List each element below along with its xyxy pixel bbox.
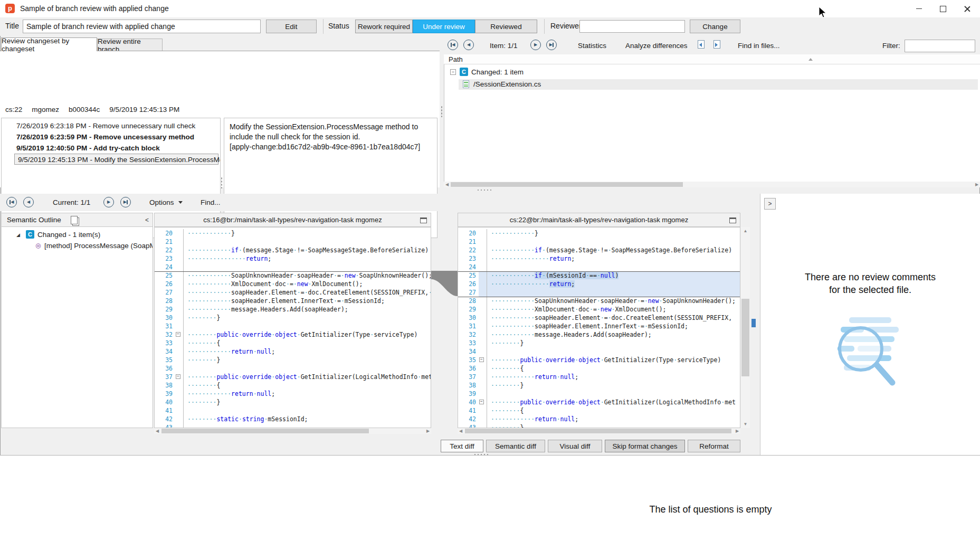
outline-root-node[interactable]: Changed - 1 item(s) bbox=[37, 231, 100, 239]
changeset-item[interactable]: 7/26/2019 6:23:18 PM - Remove unnecessar… bbox=[2, 120, 220, 131]
reviewer-input[interactable] bbox=[579, 20, 685, 33]
tree-collapse-box[interactable]: − bbox=[450, 69, 456, 75]
find-button[interactable]: Find... bbox=[201, 198, 221, 206]
line-number: 31 bbox=[155, 322, 175, 330]
change-button[interactable]: Change bbox=[690, 20, 740, 33]
fold-collapse-icon[interactable]: − bbox=[479, 357, 484, 362]
files-tree-panel bbox=[444, 54, 980, 182]
app-logo-icon: p bbox=[5, 4, 15, 13]
changeset-item[interactable]: 9/5/2019 12:45:13 PM - Modify the Sessio… bbox=[14, 154, 218, 165]
line-number: 33 bbox=[155, 339, 175, 347]
toolbar-separator bbox=[544, 19, 545, 34]
code-line: 34 bbox=[458, 347, 740, 356]
last-item-button[interactable]: ▶ bbox=[546, 40, 557, 50]
next-item-button[interactable]: ▶ bbox=[530, 40, 541, 50]
previous-diff-button[interactable]: ◀ bbox=[23, 197, 34, 207]
code-line: 33········{ bbox=[155, 339, 431, 347]
text-diff-button[interactable]: Text diff bbox=[441, 440, 483, 452]
vertical-splitter-grip[interactable] bbox=[441, 106, 443, 117]
splitter-grip[interactable] bbox=[221, 177, 223, 188]
maximize-icon bbox=[940, 6, 946, 12]
line-number: 29 bbox=[155, 305, 175, 314]
tab-review-changeset-by-changeset[interactable]: Review changeset by changeset bbox=[1, 37, 97, 51]
code-line: 35········} bbox=[155, 356, 431, 364]
line-number: 43 bbox=[458, 423, 479, 428]
line-number: 40 bbox=[458, 398, 479, 406]
left-code-hscrollbar[interactable]: ◀ ▶ bbox=[154, 428, 431, 434]
left-code-pane[interactable]: 20············}2122············if·(messa… bbox=[154, 227, 431, 428]
line-number: 34 bbox=[458, 347, 479, 356]
last-diff-button[interactable]: ▶ bbox=[120, 197, 131, 207]
statistics-button[interactable]: Statistics bbox=[578, 42, 606, 50]
tree-root-changed[interactable]: Changed: 1 item bbox=[471, 68, 524, 76]
fold-collapse-icon[interactable]: − bbox=[176, 332, 180, 337]
maximize-pane-icon[interactable] bbox=[420, 217, 427, 223]
line-number: 24 bbox=[458, 263, 479, 271]
find-in-files-button[interactable]: Find in files... bbox=[738, 42, 780, 50]
collapse-comments-button[interactable]: > bbox=[764, 198, 776, 210]
right-code-pane[interactable]: 20············}2122············if·(messa… bbox=[458, 227, 740, 428]
first-diff-button[interactable]: ◀ bbox=[6, 197, 17, 207]
maximize-button[interactable] bbox=[931, 0, 955, 17]
files-horizontal-scrollbar[interactable]: ◀ ▶ bbox=[444, 182, 980, 187]
code-line: 22············if·(message.Stage·!=·SoapM… bbox=[458, 246, 740, 254]
close-button[interactable] bbox=[955, 0, 979, 17]
analyze-differences-button[interactable]: Analyze differences bbox=[625, 42, 688, 50]
changeset-item[interactable]: 9/5/2019 12:40:50 PM - Add try-catch blo… bbox=[2, 143, 220, 154]
options-menu[interactable]: Options bbox=[149, 198, 174, 206]
line-number: 35 bbox=[155, 356, 175, 364]
line-number: 29 bbox=[458, 305, 479, 314]
edit-button[interactable]: Edit bbox=[266, 20, 317, 33]
line-number: 33 bbox=[458, 339, 479, 347]
options-caret-icon bbox=[178, 201, 183, 204]
line-number: 42 bbox=[458, 415, 479, 423]
skip-format-changes-toggle[interactable]: Skip format changes bbox=[605, 440, 685, 452]
status-rework-required[interactable]: Rework required bbox=[355, 20, 413, 33]
outline-method-node[interactable]: [method] ProcessMessage (SoapMessa bbox=[44, 242, 153, 250]
diff-toolbar: ◀ ◀ Current: 1/1 ▶ ▶ Options Find... bbox=[0, 194, 756, 211]
line-number: 20 bbox=[458, 229, 479, 238]
next-file-icon[interactable] bbox=[713, 40, 720, 49]
item-counter: Item: 1/1 bbox=[490, 42, 518, 50]
horizontal-splitter-grip[interactable] bbox=[477, 189, 492, 191]
code-line: 24 bbox=[155, 263, 431, 271]
code-line: 21 bbox=[458, 238, 740, 246]
sort-ascending-icon bbox=[808, 58, 813, 61]
line-number: 42 bbox=[155, 415, 175, 423]
previous-item-button[interactable]: ◀ bbox=[463, 40, 474, 50]
previous-file-icon[interactable] bbox=[698, 40, 705, 49]
fold-collapse-icon[interactable]: − bbox=[176, 374, 180, 379]
semantic-outline-header: Semantic Outline < bbox=[1, 213, 153, 227]
visual-diff-button[interactable]: Visual diff bbox=[548, 440, 602, 452]
code-line: 34············return·null; bbox=[155, 347, 431, 356]
code-line: 22············if·(message.Stage·!=·SoapM… bbox=[155, 246, 431, 254]
tree-expanded-icon[interactable]: ◢ bbox=[16, 232, 20, 238]
fold-collapse-icon[interactable]: − bbox=[479, 400, 484, 404]
maximize-pane-icon[interactable] bbox=[729, 217, 736, 223]
code-line: 43 bbox=[155, 423, 431, 428]
status-reviewed[interactable]: Reviewed bbox=[475, 20, 537, 33]
line-number: 39 bbox=[155, 390, 175, 398]
path-column-header[interactable]: Path bbox=[444, 54, 980, 64]
code-vertical-scrollbar[interactable]: ▲ ▼ bbox=[741, 227, 750, 428]
no-comments-message-line1: There are no review comments bbox=[760, 272, 980, 283]
minimize-button[interactable] bbox=[907, 0, 931, 17]
selected-file-row[interactable]: /SessionExtension.cs bbox=[459, 79, 978, 90]
tab-review-entire-branch[interactable]: Review entire branch bbox=[97, 39, 163, 51]
right-code-hscrollbar[interactable]: ◀ ▶ bbox=[458, 428, 740, 434]
reformat-button[interactable]: Reformat bbox=[688, 440, 740, 452]
first-item-button[interactable]: ◀ bbox=[448, 40, 458, 50]
questions-panel: The list of questions is empty bbox=[441, 456, 980, 559]
collapse-outline-button[interactable]: < bbox=[145, 216, 149, 224]
filter-input[interactable] bbox=[905, 40, 975, 52]
semantic-diff-button[interactable]: Semantic diff bbox=[486, 440, 545, 452]
line-number: 41 bbox=[155, 406, 175, 415]
review-title-input[interactable] bbox=[23, 20, 261, 33]
semantic-outline-title: Semantic Outline bbox=[7, 216, 61, 224]
next-diff-button[interactable]: ▶ bbox=[103, 197, 114, 207]
code-line: 28············SoapUnknownHeader·soapHead… bbox=[458, 297, 740, 305]
status-under-review[interactable]: Under review bbox=[413, 20, 475, 33]
line-number: 37 bbox=[458, 373, 479, 381]
changeset-item[interactable]: 7/26/2019 6:23:59 PM - Remove uncesessar… bbox=[2, 131, 220, 143]
copy-outline-icon[interactable] bbox=[71, 216, 78, 224]
